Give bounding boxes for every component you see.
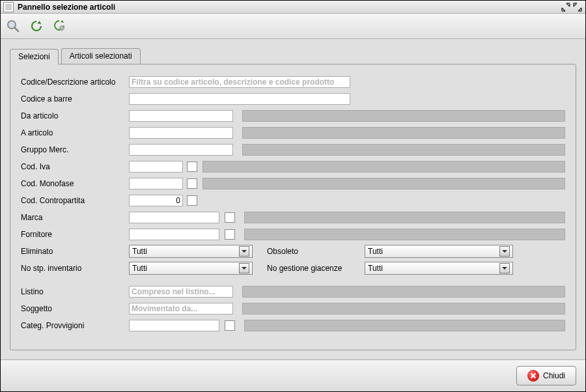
tab-bar: Selezioni Articoli selezionati [10, 48, 576, 64]
tab-panel-selezioni: Codice/Descrizione articolo Codice a bar… [10, 64, 576, 350]
search-icon[interactable] [6, 19, 20, 33]
input-cod-iva[interactable] [129, 161, 183, 173]
display-a-articolo [242, 127, 565, 139]
input-soggetto[interactable] [129, 303, 233, 315]
checkbox-fornitore[interactable] [225, 229, 235, 240]
label-cod-contropartita: Cod. Contropartita [21, 196, 129, 205]
svg-point-4 [61, 27, 63, 29]
input-cod-contropartita[interactable] [129, 195, 183, 206]
input-marca[interactable] [129, 212, 219, 223]
select-no-stp-inventario-value: Tutti [132, 264, 147, 273]
display-da-articolo [242, 110, 565, 122]
label-marca: Marca [21, 213, 129, 222]
svg-point-1 [10, 23, 14, 27]
label-no-stp-inventario: No stp. inventario [21, 264, 129, 273]
label-cod-monofase: Cod. Monofase [21, 179, 129, 188]
label-fornitore: Fornitore [21, 230, 129, 239]
checkbox-categ-provvigioni[interactable] [225, 320, 235, 331]
refresh-gear-icon[interactable] [53, 19, 67, 33]
input-codice-descr[interactable] [129, 76, 350, 88]
input-categ-provvigioni[interactable] [129, 320, 219, 331]
svg-line-2 [15, 28, 18, 31]
select-no-gestione-giacenze[interactable]: Tutti [365, 262, 513, 275]
title-bar: Pannello selezione articoli [1, 1, 585, 14]
display-gruppo-merc [242, 144, 565, 156]
select-no-gestione-giacenze-value: Tutti [368, 264, 383, 273]
display-cod-iva [202, 161, 565, 173]
label-obsoleto: Obsoleto [267, 247, 365, 256]
label-no-gestione-giacenze: No gestione giacenze [267, 264, 365, 273]
window-icon [3, 2, 14, 12]
label-soggetto: Soggetto [21, 304, 129, 313]
chevron-down-icon [499, 263, 510, 273]
display-categ-provvigioni [244, 320, 565, 331]
window-frame: Pannello selezione articoli [0, 0, 586, 392]
tab-selezioni[interactable]: Selezioni [10, 49, 59, 64]
select-eliminato[interactable]: Tutti [129, 245, 253, 258]
label-listino: Listino [21, 287, 129, 296]
chevron-down-icon [499, 246, 510, 257]
input-a-articolo[interactable] [129, 127, 233, 139]
refresh-icon[interactable] [29, 19, 44, 33]
select-eliminato-value: Tutti [132, 247, 147, 256]
display-marca [244, 212, 565, 223]
input-listino[interactable] [129, 286, 233, 298]
input-da-articolo[interactable] [129, 110, 233, 122]
select-no-stp-inventario[interactable]: Tutti [129, 262, 253, 275]
close-button[interactable]: Chiudi [516, 366, 576, 385]
input-codice-barre[interactable] [129, 93, 350, 105]
close-icon [527, 370, 539, 382]
label-codice-descr: Codice/Descrizione articolo [21, 77, 129, 87]
checkbox-marca[interactable] [225, 212, 235, 223]
bottom-bar: Chiudi [1, 359, 585, 391]
input-gruppo-merc[interactable] [129, 144, 233, 156]
tab-articoli-selezionati[interactable]: Articoli selezionati [61, 48, 141, 64]
checkbox-cod-contropartita[interactable] [187, 195, 197, 206]
chevron-down-icon [239, 246, 249, 257]
label-categ-provvigioni: Categ. Provvigioni [21, 321, 129, 330]
content-area: Selezioni Articoli selezionati Codice/De… [1, 39, 585, 359]
label-a-articolo: A articolo [21, 128, 129, 137]
display-listino [242, 286, 565, 298]
select-obsoleto-value: Tutti [368, 247, 383, 256]
label-cod-iva: Cod. Iva [21, 162, 129, 171]
display-fornitore [244, 229, 565, 240]
window-title: Pannello selezione articoli [18, 3, 115, 12]
maximize-icon[interactable] [572, 2, 583, 12]
select-obsoleto[interactable]: Tutti [365, 245, 513, 258]
display-soggetto [242, 303, 565, 315]
display-cod-monofase [202, 178, 565, 189]
close-button-label: Chiudi [543, 371, 565, 380]
label-da-articolo: Da articolo [21, 111, 129, 120]
toolbar [1, 14, 585, 39]
checkbox-cod-monofase[interactable] [187, 178, 197, 189]
label-gruppo-merc: Gruppo Merc. [21, 145, 129, 154]
minimize-restore-icon[interactable] [561, 2, 571, 12]
input-fornitore[interactable] [129, 229, 219, 240]
checkbox-cod-iva[interactable] [187, 161, 197, 172]
label-eliminato: Eliminato [21, 247, 129, 256]
label-codice-barre: Codice a barre [21, 94, 129, 104]
chevron-down-icon [239, 263, 249, 273]
input-cod-monofase[interactable] [129, 178, 183, 189]
